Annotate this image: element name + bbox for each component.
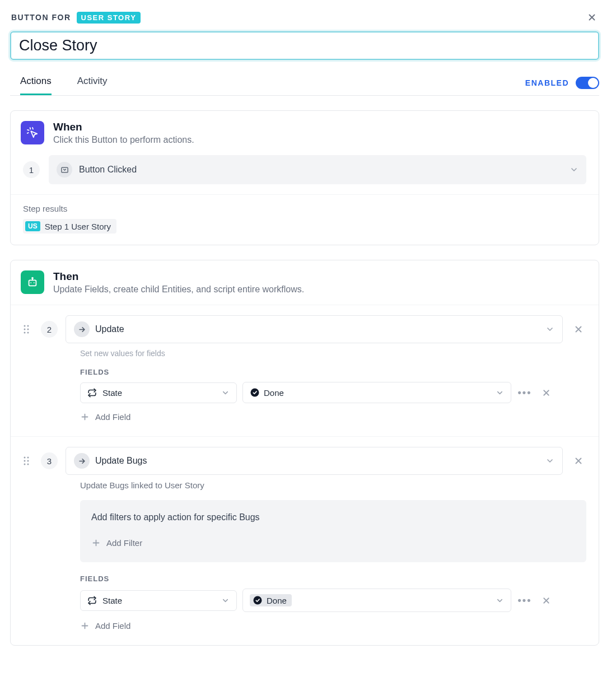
field-more-button[interactable]: ••• [517, 592, 533, 608]
field-name-label: State [102, 388, 216, 398]
when-card: When Click this Button to perform action… [10, 110, 599, 245]
svg-point-10 [24, 457, 26, 459]
chevron-down-icon [221, 389, 230, 397]
action-type-select[interactable]: Update [66, 315, 563, 343]
when-title: When [53, 121, 194, 133]
then-subtitle: Update Fields, create child Entities, an… [53, 284, 304, 295]
cursor-icon [60, 166, 69, 174]
svg-point-5 [24, 329, 26, 330]
cycle-icon [87, 388, 97, 398]
trigger-select[interactable]: Button Clicked [49, 155, 586, 184]
svg-rect-1 [29, 280, 36, 286]
dots-icon: ••• [518, 387, 532, 399]
step-result-chip[interactable]: US Step 1 User Story [23, 219, 116, 234]
action-type-select[interactable]: Update Bugs [66, 447, 563, 475]
fields-label: FIELDS [80, 368, 586, 376]
drag-handle[interactable] [23, 456, 33, 466]
svg-point-2 [32, 278, 33, 279]
then-card: Then Update Fields, create child Entitie… [10, 260, 599, 646]
close-icon [573, 324, 584, 334]
svg-point-14 [24, 464, 26, 465]
remove-action-button[interactable] [571, 321, 586, 337]
plus-icon [80, 412, 90, 422]
add-field-button[interactable]: Add Field [80, 621, 130, 631]
close-icon [542, 388, 551, 398]
filter-box: Add filters to apply action for specific… [80, 500, 586, 562]
field-value-label: Done [264, 388, 284, 398]
plus-icon [80, 621, 90, 631]
close-icon [587, 12, 597, 22]
when-subtitle: Click this Button to perform actions. [53, 135, 194, 145]
svg-point-11 [27, 457, 29, 459]
svg-point-9 [251, 389, 259, 397]
chevron-down-icon [496, 596, 504, 605]
header-entity-badge: USER STORY [77, 12, 141, 24]
check-circle-icon [253, 595, 263, 605]
step-number-3: 3 [41, 452, 58, 469]
chip-entity-badge: US [25, 221, 40, 231]
drag-handle[interactable] [23, 324, 33, 334]
add-field-button[interactable]: Add Field [80, 412, 130, 422]
svg-point-12 [24, 460, 26, 462]
drag-icon [23, 324, 30, 334]
fields-label: FIELDS [80, 575, 586, 583]
svg-point-4 [27, 325, 29, 327]
chevron-down-icon [496, 389, 504, 397]
enabled-label: ENABLED [525, 78, 569, 87]
trigger-label: Button Clicked [79, 165, 563, 175]
chevron-down-icon [221, 596, 230, 605]
chevron-down-icon [570, 165, 578, 174]
drag-icon [23, 456, 30, 466]
enabled-toggle[interactable] [576, 77, 599, 89]
robot-icon [26, 276, 39, 288]
field-name-select[interactable]: State [80, 382, 237, 403]
svg-point-7 [24, 332, 26, 334]
svg-point-13 [27, 460, 29, 462]
chevron-down-icon [545, 456, 554, 465]
remove-action-button[interactable] [571, 453, 586, 469]
tab-activity[interactable]: Activity [77, 76, 108, 95]
remove-field-button[interactable] [538, 385, 554, 400]
step-number-2: 2 [41, 321, 58, 338]
field-value-label: Done [267, 596, 287, 605]
add-filter-button[interactable]: Add Filter [91, 538, 142, 548]
field-name-select[interactable]: State [80, 590, 237, 611]
cycle-icon [87, 596, 97, 605]
action-block: 3 Update Bugs Update Bugs linked to User… [11, 436, 599, 645]
cursor-click-icon [26, 127, 39, 139]
then-icon [21, 270, 44, 294]
step-results-label: Step results [23, 204, 586, 213]
field-more-button[interactable]: ••• [517, 385, 533, 400]
svg-point-6 [27, 329, 29, 330]
close-icon [573, 456, 584, 466]
svg-point-3 [24, 325, 26, 327]
field-value-select[interactable]: Done [242, 382, 511, 403]
rule-title-input[interactable] [10, 31, 599, 60]
chevron-down-icon [545, 325, 554, 334]
arrow-right-icon [78, 325, 86, 334]
step-number-1: 1 [23, 161, 40, 178]
svg-point-15 [27, 464, 29, 465]
dots-icon: ••• [518, 595, 532, 606]
filter-prompt: Add filters to apply action for specific… [91, 512, 575, 522]
close-button[interactable] [585, 10, 599, 25]
action-helper: Set new values for fields [80, 349, 586, 358]
action-helper: Update Bugs linked to User Story [80, 480, 586, 490]
chip-text: Step 1 User Story [45, 222, 111, 231]
tab-actions[interactable]: Actions [20, 76, 52, 95]
when-icon [21, 121, 44, 144]
arrow-right-icon [78, 457, 86, 465]
check-circle-icon [250, 387, 260, 398]
action-type-label: Update Bugs [95, 456, 540, 466]
field-value-select[interactable]: Done [242, 589, 511, 612]
action-block: 2 Update Set new values for fields FIELD… [11, 305, 599, 436]
close-icon [542, 596, 551, 605]
svg-point-16 [254, 596, 262, 605]
field-name-label: State [102, 596, 216, 605]
then-title: Then [53, 270, 304, 283]
remove-field-button[interactable] [538, 592, 554, 608]
plus-icon [91, 538, 101, 548]
svg-point-8 [27, 332, 29, 334]
header-prefix: BUTTON FOR [11, 13, 71, 22]
action-type-label: Update [95, 324, 540, 334]
